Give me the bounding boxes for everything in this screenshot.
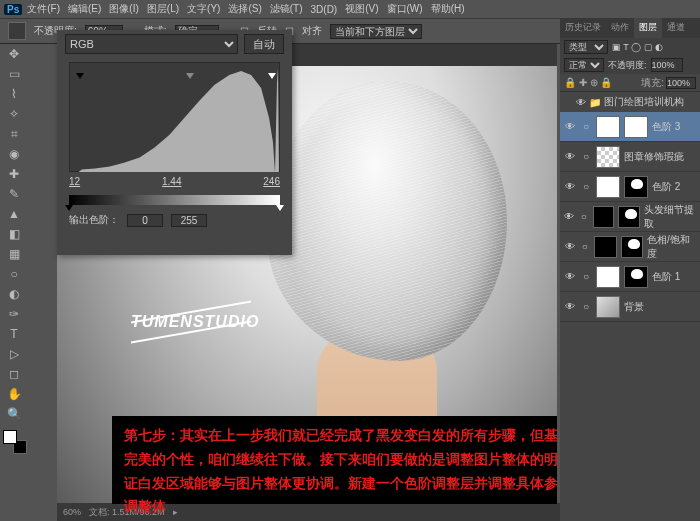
lock-icons[interactable]: 🔒 ✚ ⊕ 🔒	[564, 77, 612, 88]
hand-tool[interactable]: ✋	[3, 384, 25, 404]
input-high[interactable]: 246	[263, 176, 280, 187]
menu-select[interactable]: 选择(S)	[225, 2, 264, 16]
heal-tool[interactable]: ✚	[3, 164, 25, 184]
mask-thumb[interactable]	[624, 176, 648, 198]
marquee-tool[interactable]: ▭	[3, 64, 25, 84]
stamp-tool[interactable]: ▲	[3, 204, 25, 224]
eye-icon[interactable]: 👁	[576, 97, 586, 108]
path-tool[interactable]: ▷	[3, 344, 25, 364]
tab-layers[interactable]: 图层	[634, 18, 662, 38]
eye-icon[interactable]: 👁	[564, 301, 576, 312]
layer-row[interactable]: 👁○图章修饰瑕疵	[560, 142, 700, 172]
layer-name: 色阶 2	[652, 180, 680, 194]
eye-icon[interactable]: 👁	[564, 151, 576, 162]
layer-name: 色相/饱和度	[647, 233, 696, 261]
eye-icon[interactable]: 👁	[564, 121, 576, 132]
zoom-tool[interactable]: 🔍	[3, 404, 25, 424]
watermark: TUMENSTUDIO	[131, 311, 259, 333]
tab-channels[interactable]: 通道	[662, 18, 690, 38]
layer-group[interactable]: 👁 📁 图门绘图培训机构	[560, 92, 700, 112]
layer-thumb[interactable]	[596, 266, 620, 288]
input-low[interactable]: 12	[69, 176, 80, 187]
layer-row[interactable]: 👁○色相/饱和度	[560, 232, 700, 262]
menu-window[interactable]: 窗口(W)	[384, 2, 426, 16]
layer-row[interactable]: 👁○背景	[560, 292, 700, 322]
layer-row[interactable]: 👁○头发细节提取	[560, 202, 700, 232]
layer-name: 色阶 1	[652, 270, 680, 284]
folder-icon: 📁	[589, 97, 601, 108]
pen-tool[interactable]: ✑	[3, 304, 25, 324]
ps-logo: Ps	[4, 4, 22, 15]
blur-tool[interactable]: ○	[3, 264, 25, 284]
histogram[interactable]	[69, 62, 280, 172]
channel-select[interactable]: RGB	[65, 34, 238, 54]
menu-3d[interactable]: 3D(D)	[308, 4, 341, 15]
color-swatch[interactable]	[3, 430, 27, 454]
layer-row[interactable]: 👁○色阶 1	[560, 262, 700, 292]
wand-tool[interactable]: ✧	[3, 104, 25, 124]
output-label: 输出色阶：	[69, 213, 119, 227]
lasso-tool[interactable]: ⌇	[3, 84, 25, 104]
mask-thumb[interactable]	[621, 236, 643, 258]
menu-file[interactable]: 文件(F)	[24, 2, 63, 16]
layer-thumb[interactable]	[593, 206, 614, 228]
menu-layer[interactable]: 图层(L)	[144, 2, 182, 16]
mask-thumb[interactable]	[624, 116, 648, 138]
menu-type[interactable]: 文字(Y)	[184, 2, 223, 16]
input-mid[interactable]: 1.44	[162, 176, 181, 187]
move-tool[interactable]: ✥	[3, 44, 25, 64]
menu-view[interactable]: 视图(V)	[342, 2, 381, 16]
menu-help[interactable]: 帮助(H)	[428, 2, 468, 16]
eyedrop-tool[interactable]: ◉	[3, 144, 25, 164]
mask-thumb[interactable]	[618, 206, 639, 228]
panel-tabs: 历史记录 动作 图层 通道	[560, 18, 700, 38]
sample-select[interactable]: 当前和下方图层	[330, 24, 422, 39]
layer-name: 背景	[624, 300, 644, 314]
auto-button[interactable]: 自动	[244, 34, 284, 54]
layer-row[interactable]: 👁○色阶 2	[560, 172, 700, 202]
type-tool[interactable]: T	[3, 324, 25, 344]
eye-icon[interactable]: 👁	[564, 211, 575, 222]
layer-name: 色阶 3	[652, 120, 680, 134]
menu-image[interactable]: 图像(I)	[106, 2, 141, 16]
dodge-tool[interactable]: ◐	[3, 284, 25, 304]
output-low[interactable]	[127, 214, 163, 227]
brush-tool[interactable]: ✎	[3, 184, 25, 204]
layer-thumb[interactable]	[594, 236, 616, 258]
menu-bar: Ps 文件(F) 编辑(E) 图像(I) 图层(L) 文字(Y) 选择(S) 滤…	[0, 0, 700, 18]
levels-panel: RGB 自动 12 1.44 246 输出色阶：	[57, 30, 292, 255]
layer-name: 头发细节提取	[644, 203, 697, 231]
layer-thumb[interactable]	[596, 176, 620, 198]
crop-tool[interactable]: ⌗	[3, 124, 25, 144]
tab-history[interactable]: 历史记录	[560, 18, 606, 38]
eye-icon[interactable]: 👁	[564, 181, 576, 192]
eraser-tool[interactable]: ◧	[3, 224, 25, 244]
layer-thumb[interactable]	[596, 116, 620, 138]
zoom-status[interactable]: 60%	[63, 507, 81, 517]
tools-panel: ✥ ▭ ⌇ ✧ ⌗ ◉ ✚ ✎ ▲ ◧ ▦ ○ ◐ ✑ T ▷ ◻ ✋ 🔍	[3, 44, 29, 454]
mask-thumb[interactable]	[624, 266, 648, 288]
layer-thumb[interactable]	[596, 146, 620, 168]
align-check[interactable]: 对齐	[302, 24, 322, 38]
output-high[interactable]	[171, 214, 207, 227]
filter-type[interactable]: 类型	[564, 40, 608, 54]
eye-icon[interactable]: 👁	[564, 241, 575, 252]
tab-actions[interactable]: 动作	[606, 18, 634, 38]
layers-list: 👁○色阶 3👁○图章修饰瑕疵👁○色阶 2👁○头发细节提取👁○色相/饱和度👁○色阶…	[560, 112, 700, 322]
layer-opacity[interactable]	[651, 58, 683, 72]
shape-tool[interactable]: ◻	[3, 364, 25, 384]
menu-filter[interactable]: 滤镜(T)	[267, 2, 306, 16]
menu-edit[interactable]: 编辑(E)	[65, 2, 104, 16]
eye-icon[interactable]: 👁	[564, 271, 576, 282]
annotation-text: 第七步：其实在上一步我们就已经完成了黑发变白发的所有步骤，但基于力求完美的个性，…	[112, 416, 557, 504]
layer-name: 图章修饰瑕疵	[624, 150, 684, 164]
blend-mode[interactable]: 正常	[564, 58, 604, 72]
output-gradient[interactable]	[69, 195, 280, 205]
layer-row[interactable]: 👁○色阶 3	[560, 112, 700, 142]
tool-preset[interactable]	[8, 22, 26, 40]
right-panels: 历史记录 动作 图层 通道 类型 ▣ T ◯ ▢ ◐ 正常 不透明度: 🔒 ✚ …	[560, 18, 700, 521]
layer-thumb[interactable]	[596, 296, 620, 318]
fill-field[interactable]	[666, 77, 696, 89]
gradient-tool[interactable]: ▦	[3, 244, 25, 264]
